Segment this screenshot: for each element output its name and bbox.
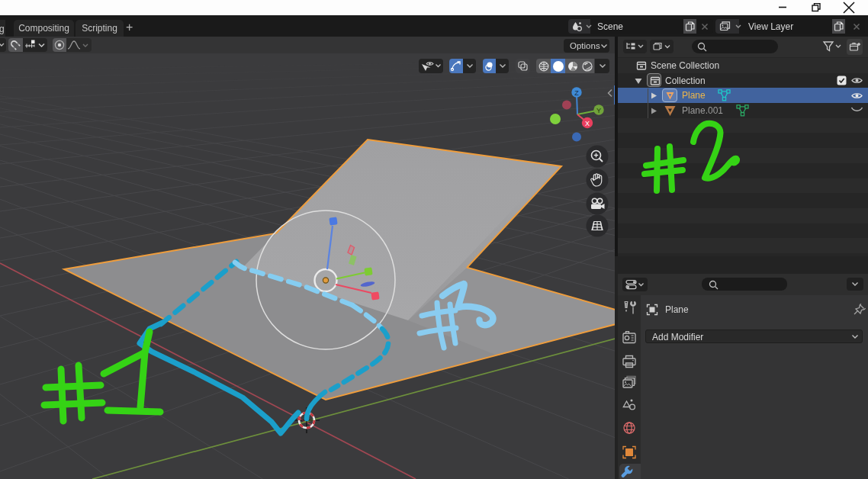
svg-text:X: X: [585, 120, 590, 127]
svg-text:Y: Y: [596, 107, 601, 114]
svg-text:Z: Z: [574, 89, 579, 97]
